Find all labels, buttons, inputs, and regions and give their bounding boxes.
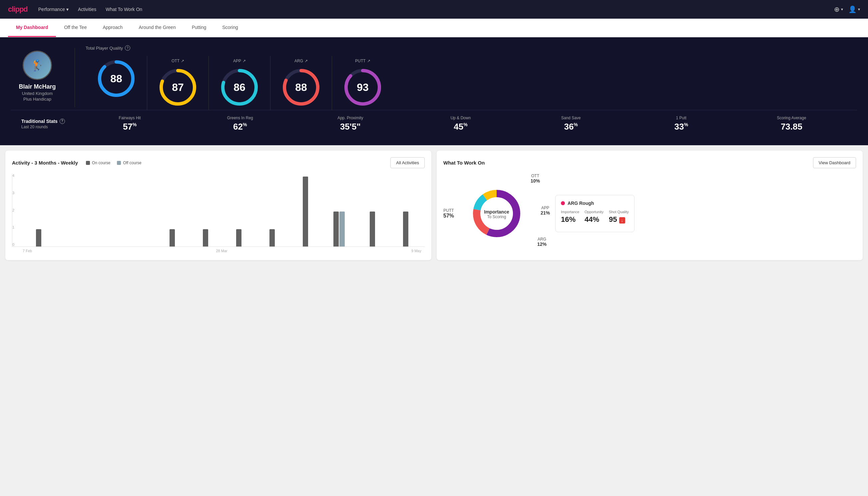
legend-off-course: Off course (117, 160, 141, 165)
navigation: clippd Performance ▾ Activities What To … (0, 0, 868, 19)
logo: clippd (8, 5, 28, 14)
detail-metrics: Importance 16% Opportunity 44% Shot Qual… (561, 210, 629, 224)
wtwo-card-header: What To Work On View Dashboard (443, 157, 856, 168)
scores-section: Total Player Quality ? 88 (85, 45, 857, 110)
tab-my-dashboard[interactable]: My Dashboard (8, 19, 56, 37)
bar-group (357, 212, 388, 247)
stat-scoring-avg: Scoring Average 73.85 (737, 115, 847, 132)
bar-group (90, 246, 121, 247)
putt-value: 93 (357, 81, 369, 94)
what-to-work-on-card: What To Work On View Dashboard PUTT 57% (437, 151, 863, 260)
bar-chart-wrapper: 4 3 2 1 0 7 Feb 28 Mar 9 May (12, 173, 425, 253)
player-info: 🏌️ Blair McHarg United Kingdom Plus Hand… (11, 45, 64, 107)
ott-value: 87 (172, 81, 184, 94)
score-arg: ARG ↗ 88 (270, 56, 332, 110)
shot-quality-badge: ↓ (619, 217, 626, 223)
nav-what-to-work-on[interactable]: What To Work On (106, 7, 142, 12)
empty-bar (102, 246, 108, 247)
user-menu-button[interactable]: 👤 ▾ (848, 5, 860, 13)
tab-putting[interactable]: Putting (184, 19, 215, 37)
activity-legend: On course Off course (86, 160, 142, 165)
help-icon[interactable]: ? (60, 119, 65, 124)
app-pct: 21% (541, 210, 550, 216)
tab-scoring[interactable]: Scoring (214, 19, 246, 37)
bar-group (323, 212, 355, 247)
arrow-icon: ↗ (181, 59, 184, 63)
score-rings: 88 OTT ↗ 87 (85, 56, 857, 110)
hero-top: 🏌️ Blair McHarg United Kingdom Plus Hand… (11, 45, 857, 110)
chevron-down-icon: ▾ (66, 7, 68, 12)
bar-group (256, 229, 288, 247)
detail-dot (561, 201, 565, 205)
plus-icon: ⊕ (834, 5, 840, 13)
trad-stats-sub: Last 20 rounds (21, 125, 75, 129)
player-country: United Kingdom (22, 91, 53, 96)
wtwo-title: What To Work On (443, 160, 485, 166)
stat-app-proximity: App. Proximity 35'5" (295, 115, 405, 132)
player-handicap: Plus Handicap (23, 97, 51, 102)
donut-center-title: Importance (484, 209, 509, 215)
app-label: APP ↗ (233, 59, 246, 63)
off-course-dot (117, 161, 121, 165)
off-course-bar (340, 212, 345, 247)
donut-wrapper: PUTT 57% Impor (443, 173, 856, 253)
ring-overall: 88 (96, 59, 136, 98)
detail-opportunity: Opportunity 44% (585, 210, 603, 224)
x-axis-labels: 7 Feb 28 Mar 9 May (12, 249, 425, 253)
importance-value: 16% (561, 215, 579, 224)
nav-right: ⊕ ▾ 👤 ▾ (834, 5, 860, 13)
on-course-bar (403, 212, 408, 247)
ring-ott: 87 (158, 67, 198, 107)
app-value: 86 (234, 81, 246, 94)
activity-card-header: Activity - 3 Months - Weekly On course O… (12, 157, 425, 168)
trad-stats-label: Traditional Stats ? Last 20 rounds (21, 119, 75, 129)
tab-off-the-tee[interactable]: Off the Tee (56, 19, 95, 37)
stat-greens-in-reg: Greens In Reg 62% (185, 115, 295, 132)
help-icon[interactable]: ? (125, 45, 130, 51)
activity-card: Activity - 3 Months - Weekly On course O… (5, 151, 431, 260)
nav-left: clippd Performance ▾ Activities What To … (8, 5, 142, 14)
app-label-group: APP 21% (541, 205, 550, 216)
nav-performance[interactable]: Performance ▾ (38, 7, 68, 12)
nav-activities[interactable]: Activities (78, 7, 96, 12)
bar-group (123, 246, 155, 247)
tpq-label: Total Player Quality ? (85, 45, 857, 51)
empty-bar (69, 246, 75, 247)
stats-row: Traditional Stats ? Last 20 rounds Fairw… (11, 110, 857, 137)
score-putt: PUTT ↗ 93 (332, 56, 393, 110)
on-course-bar (333, 212, 339, 247)
arrow-icon: ↗ (367, 59, 370, 63)
arrow-icon: ↗ (242, 59, 246, 63)
view-dashboard-button[interactable]: View Dashboard (813, 157, 856, 168)
on-course-bar (303, 176, 308, 247)
arg-label-group: ARG 12% (537, 237, 547, 247)
activity-header-left: Activity - 3 Months - Weekly On course O… (12, 160, 142, 166)
bar-group (157, 229, 188, 247)
tab-approach[interactable]: Approach (95, 19, 130, 37)
hero-section: 🏌️ Blair McHarg United Kingdom Plus Hand… (0, 37, 868, 145)
avatar: 🏌️ (23, 51, 52, 80)
trad-stats-title: Traditional Stats ? (21, 119, 75, 124)
stat-items: Fairways Hit 57% Greens In Reg 62% App. … (75, 115, 847, 132)
ring-arg: 88 (281, 67, 321, 107)
tab-around-the-green[interactable]: Around the Green (130, 19, 184, 37)
detail-card: ARG Rough Importance 16% Opportunity 44%… (555, 195, 634, 232)
stat-1-putt: 1 Putt 33% (626, 115, 737, 132)
all-activities-button[interactable]: All Activities (390, 157, 425, 168)
on-course-bar (170, 229, 175, 247)
bar-chart: 4 3 2 1 0 (12, 173, 425, 247)
stat-up-down: Up & Down 45% (405, 115, 516, 132)
user-icon: 👤 (848, 5, 857, 13)
donut-center: Importance To Scoring (484, 209, 509, 219)
y-axis-labels: 4 3 2 1 0 (12, 173, 16, 247)
chevron-down-icon: ▾ (858, 7, 860, 12)
arg-value: 88 (295, 81, 307, 94)
detail-shot-quality: Shot Quality 95 ↓ (609, 210, 629, 224)
tabs-bar: My Dashboard Off the Tee Approach Around… (0, 19, 868, 37)
donut-center-sub: To Scoring (484, 215, 509, 219)
bottom-section: Activity - 3 Months - Weekly On course O… (0, 145, 868, 265)
bar-group (223, 229, 254, 247)
on-course-dot (86, 161, 90, 165)
player-name: Blair McHarg (19, 83, 56, 90)
add-button[interactable]: ⊕ ▾ (834, 5, 843, 13)
